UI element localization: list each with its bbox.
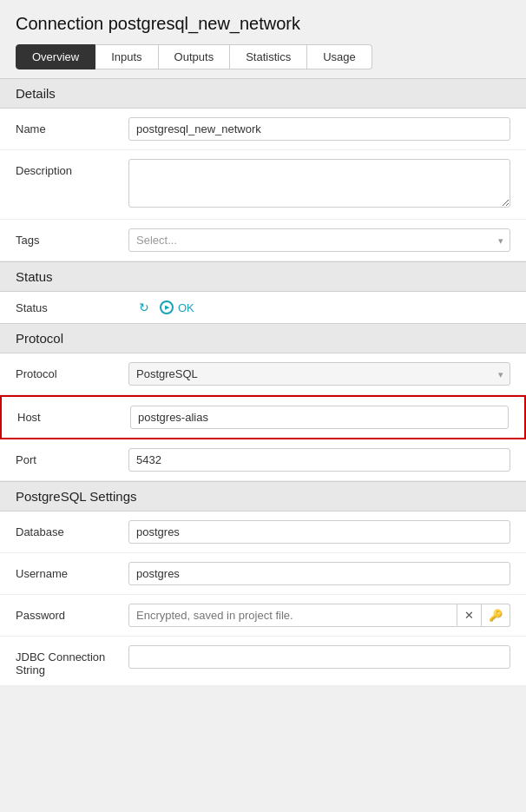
- tab-inputs[interactable]: Inputs: [95, 44, 158, 69]
- status-ok-text: OK: [178, 301, 194, 314]
- tab-outputs[interactable]: Outputs: [159, 44, 231, 69]
- jdbc-input[interactable]: [128, 645, 510, 669]
- host-field-wrapper: [130, 406, 509, 429]
- status-ok-circle-icon: [160, 300, 174, 314]
- password-input[interactable]: [128, 604, 457, 627]
- username-row: Username: [0, 553, 526, 595]
- password-row: Password ✕ 🔑: [0, 595, 526, 637]
- password-clear-button[interactable]: ✕: [457, 604, 482, 627]
- jdbc-field-wrapper: [128, 645, 510, 669]
- database-row: Database: [0, 512, 526, 553]
- status-section-header: Status: [0, 261, 526, 292]
- tags-label: Tags: [16, 228, 128, 247]
- database-input[interactable]: [128, 520, 510, 544]
- tags-field-wrapper: ▾: [128, 228, 510, 252]
- jdbc-label: JDBC Connection String: [16, 645, 128, 677]
- protocol-row: Protocol PostgreSQL ▾: [0, 353, 526, 395]
- protocol-select[interactable]: PostgreSQL: [128, 362, 510, 386]
- password-label: Password: [16, 604, 128, 622]
- port-row: Port: [0, 439, 526, 481]
- tab-bar: Overview Inputs Outputs Statistics Usage: [16, 44, 510, 69]
- protocol-select-wrapper: PostgreSQL ▾: [128, 362, 510, 386]
- status-row: Status ↻ OK: [0, 292, 526, 323]
- page-title: Connection postgresql_new_network: [16, 14, 510, 34]
- tab-statistics[interactable]: Statistics: [230, 44, 307, 69]
- description-row: Description: [0, 150, 526, 220]
- username-input[interactable]: [128, 562, 510, 585]
- tags-select[interactable]: [128, 228, 510, 252]
- password-key-button[interactable]: 🔑: [482, 604, 510, 627]
- details-section-header: Details: [0, 78, 526, 109]
- tags-select-wrapper: ▾: [128, 228, 510, 252]
- jdbc-row: JDBC Connection String: [0, 637, 526, 686]
- main-content: Details Name Description Tags ▾ Status S…: [0, 78, 526, 686]
- status-ok-indicator: OK: [160, 300, 194, 314]
- page-header: Connection postgresql_new_network Overvi…: [0, 0, 526, 78]
- name-field-wrapper: [128, 117, 510, 141]
- postgresql-settings-section-header: PostgreSQL Settings: [0, 481, 526, 512]
- password-field-wrapper: ✕ 🔑: [128, 604, 510, 627]
- host-row: Host: [0, 395, 526, 439]
- port-input[interactable]: [128, 448, 510, 472]
- database-field-wrapper: [128, 520, 510, 544]
- tab-usage[interactable]: Usage: [307, 44, 372, 69]
- port-field-wrapper: [128, 448, 510, 472]
- port-label: Port: [16, 448, 128, 466]
- name-input[interactable]: [128, 117, 510, 141]
- host-input[interactable]: [130, 406, 509, 429]
- protocol-field-wrapper: PostgreSQL ▾: [128, 362, 510, 386]
- name-row: Name: [0, 109, 526, 150]
- description-label: Description: [16, 159, 128, 177]
- username-field-wrapper: [128, 562, 510, 585]
- protocol-section-header: Protocol: [0, 323, 526, 353]
- protocol-label: Protocol: [16, 362, 128, 380]
- username-label: Username: [16, 562, 128, 580]
- description-input[interactable]: [128, 159, 510, 208]
- tab-overview[interactable]: Overview: [16, 44, 95, 69]
- status-label: Status: [16, 301, 128, 314]
- description-field-wrapper: [128, 159, 510, 210]
- name-label: Name: [16, 117, 128, 135]
- refresh-icon[interactable]: ↻: [139, 300, 149, 314]
- password-input-group: ✕ 🔑: [128, 604, 510, 627]
- host-label: Host: [17, 406, 130, 424]
- tags-row: Tags ▾: [0, 220, 526, 261]
- database-label: Database: [16, 520, 128, 538]
